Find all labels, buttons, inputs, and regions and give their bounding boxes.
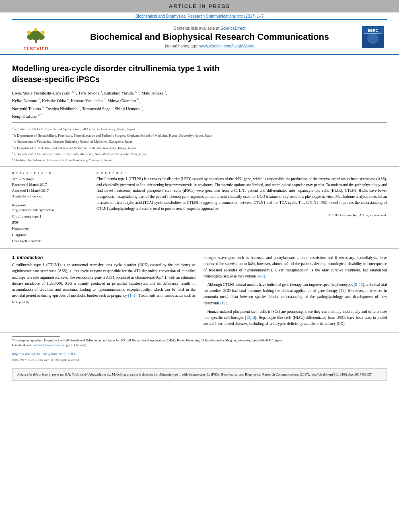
elsevier-tree-svg — [25, 27, 47, 43]
affil-c: c c Department of Pediatrics, Kitasato U… — [12, 138, 387, 144]
svg-rect-11 — [364, 33, 382, 34]
keywords-section: Keywords: Argininosuccinate synthetase C… — [12, 203, 88, 244]
doi-link[interactable]: http://dx.doi.org/10.1016/j.bbrc.2017.03… — [12, 352, 77, 356]
abstract-text: Citrullinemia type 1 (CTLN1) is a urea c… — [97, 176, 387, 212]
keyword-1: Argininosuccinate synthetase — [12, 207, 88, 213]
affil-e: e e Department of Pediatrics, Center for… — [12, 151, 387, 157]
page: ARTICLE IN PRESS Biochemical and Biophys… — [0, 0, 399, 532]
main-content: 1. Introduction Citrullinemia type 1 (CT… — [0, 248, 399, 329]
journal-homepage: journal homepage: www.elsevier.com/locat… — [165, 44, 254, 48]
journal-ref-text: Biochemical and Biophysical Research Com… — [136, 14, 264, 18]
introduction-heading: 1. Introduction — [12, 255, 195, 260]
elsevier-logo: ELSEVIER — [12, 20, 60, 54]
available-date: Available online xxx — [12, 193, 88, 199]
affil-d: d d Department of Pediatrics and Adolesc… — [12, 145, 387, 151]
keyword-6: Urea cycle disorder — [12, 238, 88, 244]
header-section: ELSEVIER Contents lists available at Sci… — [0, 20, 399, 55]
article-info-label: a r t i c l e i n f o — [12, 171, 88, 175]
accepted-date: Accepted 11 March 2017 — [12, 188, 88, 193]
article-title-section: Modelling urea-cycle disorder citrulline… — [0, 55, 399, 166]
svg-point-3 — [37, 34, 45, 40]
article-history: Article history: Received 6 March 2017 A… — [12, 176, 88, 199]
article-in-press-banner: ARTICLE IN PRESS — [0, 0, 399, 12]
citation-text: E.Y. Yoshitoshi-Uebayashi, et al., Model… — [65, 372, 372, 376]
email-suffix: (K. Osafune). — [69, 343, 87, 347]
keyword-3: iPSC — [12, 220, 88, 226]
header-middle: Contents lists available at ScienceDirec… — [60, 20, 359, 54]
svg-point-6 — [34, 28, 37, 31]
svg-point-2 — [27, 34, 34, 40]
homepage-text: journal homepage: — [165, 44, 200, 48]
svg-point-5 — [41, 31, 45, 35]
abstract-copyright: © 2017 Elsevier Inc. All rights reserved… — [97, 213, 387, 217]
received-date: Received 6 March 2017 — [12, 182, 88, 187]
affil-rule — [12, 122, 387, 123]
footnote-text: * Corresponding author. Department of Ce… — [12, 338, 387, 343]
history-label: Article history: — [12, 176, 88, 182]
main-left-col: 1. Introduction Citrullinemia type 1 (CT… — [12, 255, 195, 329]
article-info-col: a r t i c l e i n f o Article history: R… — [12, 171, 88, 244]
journal-title: Biochemical and Biophysical Research Com… — [90, 32, 329, 42]
footnote-section: * Corresponding author. Department of Ce… — [0, 333, 399, 348]
doi-line: http://dx.doi.org/10.1016/j.bbrc.2017.03… — [0, 348, 399, 357]
bbrc-logo: BBRC — [359, 20, 387, 54]
citation-label: Please cite this article in press as: — [17, 372, 65, 376]
copyright-line: 0006-291X/© 2017 Elsevier Inc. All right… — [0, 357, 399, 364]
affil-a: a a Center for iPS Cell Research and App… — [12, 126, 387, 132]
intro-body-right: nitrogen scavengers such as benzoate and… — [204, 255, 387, 327]
keywords-label: Keywords: — [12, 203, 88, 207]
intro-body-left: Citrullinemia type 1 (CTLN1) is an autos… — [12, 262, 195, 305]
keyword-4: Hepatocyte — [12, 226, 88, 232]
main-right-col: nitrogen scavengers such as benzoate and… — [204, 255, 387, 329]
journal-ref-line: Biochemical and Biophysical Research Com… — [0, 12, 399, 19]
footnote-email[interactable]: osafune@cira.kyoto-u.ac.jp — [33, 343, 68, 347]
article-title: Modelling urea-cycle disorder citrulline… — [12, 63, 387, 85]
corresponding-author-text: * Corresponding author. Department of Ce… — [12, 339, 282, 342]
svg-text:BBRC: BBRC — [368, 29, 378, 33]
homepage-url[interactable]: www.elsevier.com/locate/ybbrc — [200, 44, 254, 48]
affil-f: f f Institute for Advanced Biosciences, … — [12, 157, 387, 163]
affil-b: b b Department of Hepatobiliary, Pancrea… — [12, 132, 387, 138]
authors-line: Elena Yukie Yoshitoshi-Uebayashi a, b, T… — [12, 89, 387, 120]
keyword-2: Citrullinemia type 1 — [12, 214, 88, 220]
science-direct-link[interactable]: ScienceDirect — [220, 26, 245, 31]
keyword-5: L-arginine — [12, 232, 88, 238]
abstract-label: a b s t r a c t — [97, 171, 387, 175]
contents-text: Contents lists available at — [174, 26, 220, 31]
svg-point-4 — [27, 31, 31, 35]
bbrc-cover-image: BBRC — [362, 26, 384, 48]
contents-line: Contents lists available at ScienceDirec… — [174, 26, 245, 31]
banner-text: ARTICLE IN PRESS — [169, 3, 230, 9]
citation-box: Please cite this article in press as: E.… — [12, 368, 387, 381]
abstract-col: a b s t r a c t Citrullinemia type 1 (CT… — [97, 171, 387, 244]
footnote-email-line: E-mail address: osafune@cira.kyoto-u.ac.… — [12, 343, 387, 348]
email-label: E-mail address: — [12, 343, 33, 347]
elsevier-logo-img — [18, 23, 54, 45]
footnote-rule — [12, 336, 60, 337]
article-info-abstract-section: a r t i c l e i n f o Article history: R… — [0, 166, 399, 244]
elsevier-text: ELSEVIER — [23, 46, 48, 51]
bbrc-box: BBRC — [362, 26, 384, 48]
affiliations: a a Center for iPS Cell Research and App… — [12, 126, 387, 163]
svg-point-9 — [367, 33, 378, 44]
